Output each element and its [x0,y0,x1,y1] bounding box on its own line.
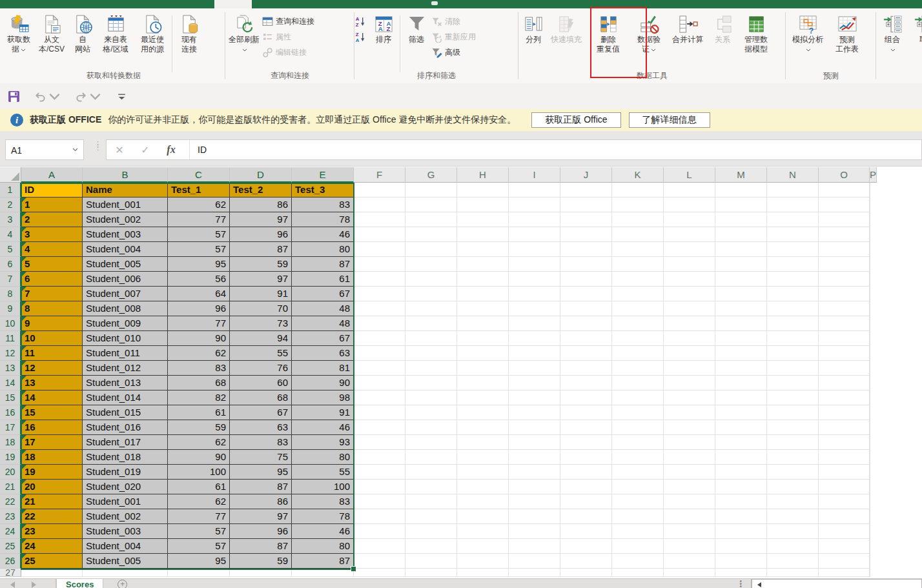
cell-E6[interactable]: 87 [292,257,354,272]
cell-H20[interactable] [457,465,509,480]
cell-B20[interactable]: Student_019 [83,465,168,480]
sort-descending-button[interactable]: ZA [355,29,369,45]
cell-E20[interactable]: 55 [292,465,354,480]
cell-K14[interactable] [612,376,664,390]
from-text-csv-button[interactable]: 从文本/CSV [35,12,68,54]
cell-P5[interactable] [870,242,870,257]
cell-H4[interactable] [457,227,509,242]
cell-F18[interactable] [354,435,405,450]
cell-L5[interactable] [664,242,715,257]
recent-sources-button[interactable]: 最近使用的源 [134,12,170,54]
cell-H26[interactable] [457,554,509,569]
cell-C26[interactable]: 95 [168,554,230,569]
undo-button[interactable] [34,90,61,103]
cell-K3[interactable] [612,212,664,227]
cell-F16[interactable] [354,405,405,420]
get-genuine-office-button[interactable]: 获取正版 Office [531,112,620,128]
cell-M7[interactable] [715,272,767,287]
cell-D1[interactable]: Test_2 [230,183,292,198]
cell-I2[interactable] [509,198,560,212]
cell-I3[interactable] [509,212,560,227]
cell-B1[interactable]: Name [83,183,168,198]
cell-I25[interactable] [509,539,560,554]
cell-K20[interactable] [612,465,664,480]
cell-N18[interactable] [767,435,819,450]
cell-D22[interactable]: 86 [230,494,292,509]
cell-P9[interactable] [870,301,870,316]
cell-F25[interactable] [354,539,405,554]
cell-J4[interactable] [560,227,612,242]
cell-C4[interactable]: 57 [168,227,230,242]
cell-P11[interactable] [870,331,870,346]
cell-E22[interactable]: 83 [292,494,354,509]
cell-B3[interactable]: Student_002 [83,212,168,227]
cell-L1[interactable] [664,183,715,198]
cell-D26[interactable]: 59 [230,554,292,569]
cell-B7[interactable]: Student_006 [83,272,168,287]
cell-I6[interactable] [509,257,560,272]
cell-B10[interactable]: Student_009 [83,316,168,331]
cell-F7[interactable] [354,272,405,287]
cell-A20[interactable]: 19 [21,465,83,480]
row-header-15[interactable]: 15 [0,390,21,405]
cell-P25[interactable] [870,539,870,554]
cell-K6[interactable] [612,257,664,272]
cell-H3[interactable] [457,212,509,227]
cell-G17[interactable] [405,420,457,435]
cell-B14[interactable]: Student_013 [83,376,168,390]
cell-C25[interactable]: 57 [168,539,230,554]
cell-M12[interactable] [715,346,767,361]
sort-button[interactable]: ZAAZ排序 [369,12,398,45]
cell-J18[interactable] [560,435,612,450]
cell-N24[interactable] [767,524,819,539]
cell-G3[interactable] [405,212,457,227]
column-header-L[interactable]: L [664,167,715,183]
cell-G15[interactable] [405,390,457,405]
what-if-analysis-button[interactable]: ?模拟分析 [786,12,829,54]
cell-F3[interactable] [354,212,405,227]
cell-N20[interactable] [767,465,819,480]
cell-A17[interactable]: 16 [21,420,83,435]
cell-K2[interactable] [612,198,664,212]
cell-J5[interactable] [560,242,612,257]
consolidate-button[interactable]: 合并计算 [666,12,709,45]
cell-F21[interactable] [354,480,405,494]
cell-I18[interactable] [509,435,560,450]
cell-I21[interactable] [509,480,560,494]
column-header-C[interactable]: C [168,167,230,183]
cell-B25[interactable]: Student_004 [83,539,168,554]
cell-J21[interactable] [560,480,612,494]
cell-E23[interactable]: 78 [292,509,354,524]
cell-G23[interactable] [405,509,457,524]
cell-M1[interactable] [715,183,767,198]
cell-M20[interactable] [715,465,767,480]
cell-C8[interactable]: 64 [168,287,230,301]
cell-I11[interactable] [509,331,560,346]
cell-H18[interactable] [457,435,509,450]
cell-O23[interactable] [819,509,870,524]
cell-K18[interactable] [612,435,664,450]
cell-N23[interactable] [767,509,819,524]
column-header-F[interactable]: F [354,167,405,183]
cell-K17[interactable] [612,420,664,435]
cell-A15[interactable]: 14 [21,390,83,405]
cell-E7[interactable]: 61 [292,272,354,287]
cell-D13[interactable]: 76 [230,361,292,376]
cell-D21[interactable]: 87 [230,480,292,494]
cell-A8[interactable]: 7 [21,287,83,301]
cell-C22[interactable]: 62 [168,494,230,509]
cell-A27[interactable] [21,569,83,577]
cell-P2[interactable] [870,198,870,212]
cell-A16[interactable]: 15 [21,405,83,420]
cell-C5[interactable]: 57 [168,242,230,257]
sheet-prev-icon[interactable] [10,582,15,588]
cell-J6[interactable] [560,257,612,272]
column-header-E[interactable]: E [292,167,354,183]
cell-E1[interactable]: Test_3 [292,183,354,198]
cell-E25[interactable]: 80 [292,539,354,554]
cell-E12[interactable]: 63 [292,346,354,361]
cell-B27[interactable] [83,569,168,577]
cell-O9[interactable] [819,301,870,316]
row-header-7[interactable]: 7 [0,272,21,287]
cell-H1[interactable] [457,183,509,198]
